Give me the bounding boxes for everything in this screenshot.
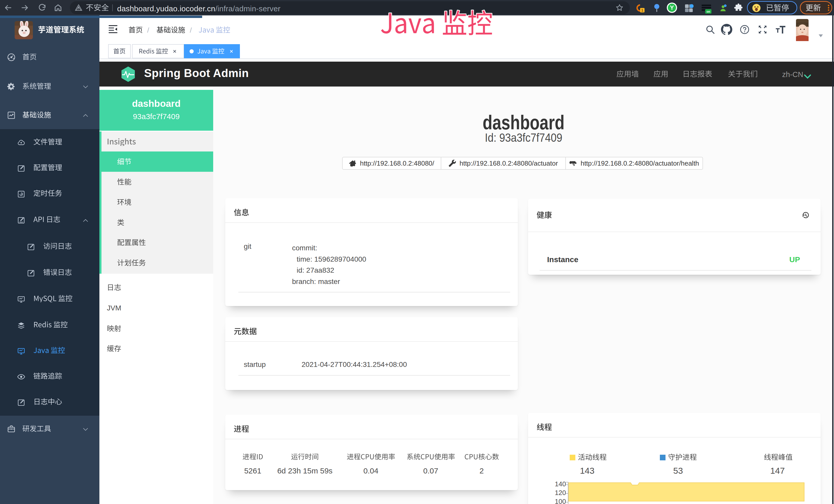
svg-text:1: 1 [641, 8, 643, 12]
svg-text:on: on [707, 10, 710, 13]
